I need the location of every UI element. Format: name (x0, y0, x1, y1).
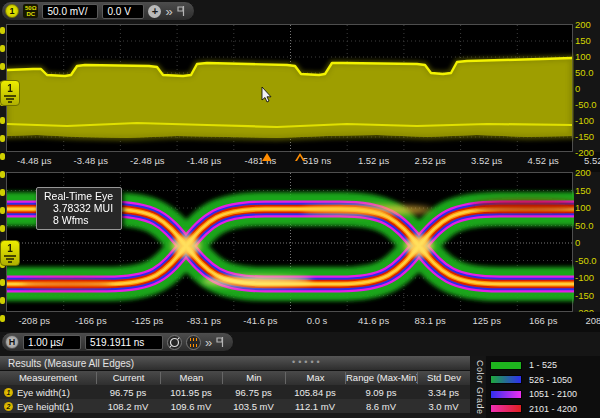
edge-tab-2[interactable] (0, 63, 5, 70)
tooltip-wfms: 8 Wfms (44, 214, 113, 226)
eye-diagram-graticule[interactable]: Real-Time Eye 3.78332 MUI 8 Wfms (6, 172, 573, 312)
timebase-position-field[interactable]: 519.1911 ns (85, 335, 163, 350)
vertical-scale-field[interactable]: 50.0 mV/ (42, 4, 98, 19)
svg-text:1: 1 (7, 243, 13, 254)
horizontal-pin-icon[interactable] (216, 336, 225, 348)
eye-time-tick-label-4: -41.6 ps (232, 315, 289, 326)
expand-chevrons-icon[interactable]: » (165, 5, 172, 18)
color-grade-title: Color Grade (471, 356, 485, 418)
edge-tab-11[interactable] (0, 225, 5, 232)
eye-voltage-tick-label-7: -150 (575, 290, 600, 301)
color-grade-entry: 2101 - 4200 (486, 402, 600, 415)
channel1-ground-marker[interactable]: 1 (0, 80, 20, 106)
table-row-eye-width[interactable]: 1Eye width(1) 96.75 ps 101.95 ps 96.75 p… (0, 385, 470, 399)
time-tick-label-9: 4.52 µs (515, 155, 572, 166)
measurement-name: Eye width(1) (17, 387, 70, 398)
edge-tab-16[interactable] (0, 315, 5, 322)
edge-tab-8[interactable] (0, 171, 5, 178)
col-measurement[interactable]: Measurement (0, 372, 96, 384)
edge-tab-9[interactable] (0, 189, 5, 196)
eye-voltage-tick-label-6: -100 (575, 272, 600, 283)
color-grade-range-2: 526 - 1050 (529, 375, 572, 385)
markers-icon[interactable] (186, 335, 201, 350)
cell-range: 9.09 ps (345, 387, 417, 398)
col-max[interactable]: Max (285, 372, 345, 384)
channel-toolbar: 1 50Ω DC 50.0 mV/ 0.0 V + » (1, 1, 195, 21)
col-stddev[interactable]: Std Dev (417, 372, 470, 384)
color-grade-entry: 1051 - 2100 (486, 388, 600, 401)
eye-time-tick-label-10: 208 ps (571, 315, 600, 326)
coupling-label: DC (26, 11, 35, 17)
oscilloscope-screen: 1 50Ω DC 50.0 mV/ 0.0 V + » (0, 0, 600, 418)
add-channel-icon[interactable]: + (148, 5, 161, 18)
edge-tab-10[interactable] (0, 207, 5, 214)
table-row-eye-height[interactable]: 2Eye height(1) 108.2 mV 109.6 mV 103.5 m… (0, 399, 470, 413)
eye-channel-ground-marker[interactable]: 1 (0, 240, 20, 266)
eye-time-tick-label-8: 125 ps (458, 315, 515, 326)
cell-current: 96.75 ps (96, 387, 160, 398)
col-min[interactable]: Min (222, 372, 285, 384)
cell-min: 103.5 mV (222, 401, 285, 412)
voltage-tick-label-5: -50.0 (575, 99, 600, 110)
eye-voltage-tick-label-1: 150 (575, 185, 600, 196)
voltage-tick-label-0: 200 (575, 19, 600, 30)
edge-tab-1[interactable] (0, 45, 5, 52)
cell-max: 112.1 mV (285, 401, 345, 412)
results-header-row: Measurement Current Mean Min Max Range (… (0, 371, 470, 385)
edge-tab-5[interactable] (0, 117, 5, 124)
timebase-scale-field[interactable]: 1.00 µs/ (23, 335, 81, 350)
vertical-offset-field[interactable]: 0.0 V (102, 4, 144, 19)
cell-stddev: 3.34 ps (417, 387, 470, 398)
horizontal-toolbar: H 1.00 µs/ 519.1911 ns » (1, 332, 234, 352)
eye-time-tick-label-1: -166 ps (63, 315, 120, 326)
channel-1-badge[interactable]: 1 (5, 4, 19, 18)
col-range[interactable]: Range (Max-Min) (345, 372, 417, 384)
color-grade-swatch-4 (490, 404, 522, 413)
time-tick-label-0: -4.48 µs (6, 155, 63, 166)
voltage-tick-label-1: 150 (575, 35, 600, 46)
cell-current: 108.2 mV (96, 401, 160, 412)
horizontal-badge[interactable]: H (5, 335, 19, 349)
voltage-tick-label-2: 100 (575, 51, 600, 62)
horizontal-expand-chevrons-icon[interactable]: » (205, 336, 212, 349)
results-panel-footer (0, 413, 470, 418)
tooltip-title: Real-Time Eye (44, 190, 113, 202)
edge-tab-0[interactable] (0, 27, 5, 34)
results-drag-grip[interactable]: ••••• (292, 356, 323, 369)
color-grade-swatch-3 (490, 390, 522, 399)
results-titlebar[interactable]: Results (Measure All Edges) (0, 356, 470, 371)
edge-tab-15[interactable] (0, 297, 5, 304)
measurement-2-badge: 2 (4, 402, 13, 411)
voltage-tick-label-4: 0 (575, 83, 600, 94)
trigger-marker-solid[interactable] (262, 153, 272, 161)
edge-tab-7[interactable] (0, 153, 5, 160)
coupling-indicator[interactable]: 50Ω DC (23, 4, 38, 18)
waveform-graticule[interactable] (6, 24, 573, 152)
edge-tab-14[interactable] (0, 279, 5, 286)
eye-time-tick-label-9: 166 ps (515, 315, 572, 326)
eye-voltage-tick-label-5: -50.0 (575, 255, 600, 266)
color-grade-range-1: 1 - 525 (529, 360, 557, 370)
cell-max: 105.84 ps (285, 387, 345, 398)
time-tick-label-3: -1.48 µs (176, 155, 233, 166)
color-grade-entry: 1 - 525 (486, 359, 600, 372)
horizontal-position-reset-icon[interactable] (167, 335, 182, 350)
time-tick-label-8: 3.52 µs (458, 155, 515, 166)
horizontal-reference-marker[interactable] (295, 153, 305, 161)
eye-time-tick-label-3: -83.1 ps (176, 315, 233, 326)
time-tick-label-6: 1.52 µs (345, 155, 402, 166)
time-tick-label-7: 2.52 µs (402, 155, 459, 166)
eye-time-tick-label-0: -208 ps (6, 315, 63, 326)
cell-mean: 101.95 ps (160, 387, 222, 398)
color-grade-legend: 1 - 525 526 - 1050 1051 - 2100 2101 - 42… (486, 356, 600, 418)
cell-stddev: 3.0 mV (417, 401, 470, 412)
cell-min: 96.75 ps (222, 387, 285, 398)
color-grade-swatch-2 (490, 375, 522, 384)
edge-tab-6[interactable] (0, 135, 5, 142)
color-grade-swatch-1 (490, 361, 522, 370)
col-mean[interactable]: Mean (160, 372, 222, 384)
color-grade-range-3: 1051 - 2100 (529, 389, 577, 399)
cell-range: 8.6 mV (345, 401, 417, 412)
pin-icon[interactable] (177, 5, 186, 17)
col-current[interactable]: Current (96, 372, 160, 384)
